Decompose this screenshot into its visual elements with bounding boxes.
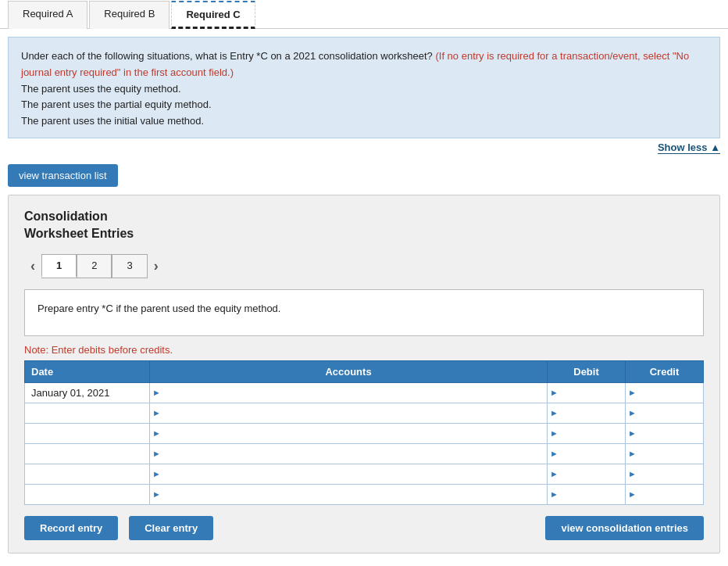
tabs-container: Required A Required B Required C bbox=[0, 0, 728, 29]
tab-required-c[interactable]: Required C bbox=[171, 1, 255, 29]
account-cell-2[interactable]: ► bbox=[150, 403, 548, 423]
date-cell-6 bbox=[25, 484, 150, 504]
credit-cell-2[interactable]: ► bbox=[626, 403, 704, 423]
next-page-btn[interactable]: › bbox=[148, 256, 165, 276]
credit-cell-1[interactable]: ► bbox=[626, 382, 704, 403]
debit-input-1[interactable] bbox=[561, 383, 625, 403]
debit-input-2[interactable] bbox=[561, 403, 625, 423]
page-tab-1[interactable]: 1 bbox=[41, 254, 77, 278]
table-row: ► ► ► bbox=[25, 443, 704, 464]
info-box: Under each of the following situations, … bbox=[8, 37, 720, 138]
tab-bar: Required A Required B Required C bbox=[0, 0, 728, 29]
table-row: ► ► ► bbox=[25, 403, 704, 423]
account-input-6[interactable] bbox=[163, 485, 547, 504]
date-cell-5 bbox=[25, 464, 150, 484]
instruction-text: Prepare entry *C if the parent used the … bbox=[37, 303, 280, 314]
page-tab-2[interactable]: 2 bbox=[77, 254, 112, 278]
debit-cell-6[interactable]: ► bbox=[548, 484, 626, 504]
account-cell-4[interactable]: ► bbox=[150, 443, 548, 464]
question-text: Under each of the following situations, … bbox=[21, 50, 433, 62]
bottom-buttons: Record entry Clear entry view consolidat… bbox=[24, 516, 704, 540]
view-consolidation-btn[interactable]: view consolidation entries bbox=[545, 516, 704, 540]
account-input-4[interactable] bbox=[163, 444, 547, 464]
account-input-3[interactable] bbox=[163, 424, 547, 443]
credit-input-5[interactable] bbox=[639, 464, 703, 484]
debit-input-4[interactable] bbox=[561, 444, 625, 464]
info-line-2: The parent uses the partial equity metho… bbox=[21, 99, 212, 110]
account-cell-3[interactable]: ► bbox=[150, 423, 548, 443]
worksheet-title: Consolidation Worksheet Entries bbox=[24, 208, 704, 243]
debit-cell-4[interactable]: ► bbox=[548, 443, 626, 464]
date-cell-2 bbox=[25, 403, 150, 423]
credit-cell-3[interactable]: ► bbox=[626, 423, 704, 443]
table-row: ► ► ► bbox=[25, 423, 704, 443]
tab-required-b[interactable]: Required B bbox=[89, 1, 170, 29]
credit-cell-5[interactable]: ► bbox=[626, 464, 704, 484]
info-line-1: The parent uses the equity method. bbox=[21, 83, 181, 95]
credit-input-3[interactable] bbox=[639, 424, 703, 443]
col-header-accounts: Accounts bbox=[150, 360, 548, 382]
credit-input-4[interactable] bbox=[639, 444, 703, 464]
debit-cell-2[interactable]: ► bbox=[548, 403, 626, 423]
debit-input-3[interactable] bbox=[561, 424, 625, 443]
note-text: Note: Enter debits before credits. bbox=[24, 344, 704, 356]
account-input-2[interactable] bbox=[163, 403, 547, 423]
record-entry-btn[interactable]: Record entry bbox=[24, 516, 118, 540]
table-row: ► ► ► bbox=[25, 484, 704, 504]
instruction-box: Prepare entry *C if the parent used the … bbox=[24, 289, 704, 336]
pagination: ‹ 1 2 3 › bbox=[24, 254, 704, 278]
credit-cell-6[interactable]: ► bbox=[626, 484, 704, 504]
page-tab-3[interactable]: 3 bbox=[112, 254, 147, 278]
page-tabs: 1 2 3 bbox=[41, 254, 148, 278]
credit-input-1[interactable] bbox=[639, 383, 703, 403]
table-row: ► ► ► bbox=[25, 464, 704, 484]
show-less-link[interactable]: Show less ▲ bbox=[8, 142, 720, 153]
account-input-1[interactable] bbox=[163, 383, 547, 403]
date-cell-1: January 01, 2021 bbox=[25, 382, 150, 403]
debit-cell-1[interactable]: ► bbox=[548, 382, 626, 403]
worksheet-container: Consolidation Worksheet Entries ‹ 1 2 3 … bbox=[8, 195, 720, 553]
debit-cell-5[interactable]: ► bbox=[548, 464, 626, 484]
credit-input-6[interactable] bbox=[639, 485, 703, 504]
info-line-3: The parent uses the initial value method… bbox=[21, 115, 204, 127]
debit-input-5[interactable] bbox=[561, 464, 625, 484]
date-cell-3 bbox=[25, 423, 150, 443]
credit-input-2[interactable] bbox=[639, 403, 703, 423]
account-cell-6[interactable]: ► bbox=[150, 484, 548, 504]
date-cell-4 bbox=[25, 443, 150, 464]
credit-cell-4[interactable]: ► bbox=[626, 443, 704, 464]
col-header-debit: Debit bbox=[548, 360, 626, 382]
col-header-credit: Credit bbox=[626, 360, 704, 382]
view-transaction-btn[interactable]: view transaction list bbox=[8, 164, 118, 187]
account-cell-1[interactable]: ► bbox=[150, 382, 548, 403]
prev-page-btn[interactable]: ‹ bbox=[24, 256, 41, 276]
debit-input-6[interactable] bbox=[561, 485, 625, 504]
account-cell-5[interactable]: ► bbox=[150, 464, 548, 484]
col-header-date: Date bbox=[25, 360, 150, 382]
account-input-5[interactable] bbox=[163, 464, 547, 484]
clear-entry-btn[interactable]: Clear entry bbox=[129, 516, 213, 540]
entry-table: Date Accounts Debit Credit January 01, 2… bbox=[24, 360, 704, 505]
tab-required-a[interactable]: Required A bbox=[8, 1, 87, 29]
debit-cell-3[interactable]: ► bbox=[548, 423, 626, 443]
table-row: January 01, 2021 ► ► ► bbox=[25, 382, 704, 403]
